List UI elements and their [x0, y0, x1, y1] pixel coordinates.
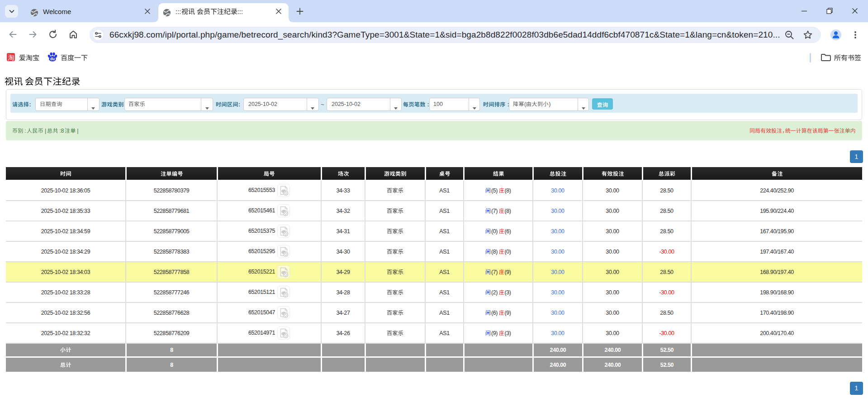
- svg-text:du: du: [50, 57, 55, 61]
